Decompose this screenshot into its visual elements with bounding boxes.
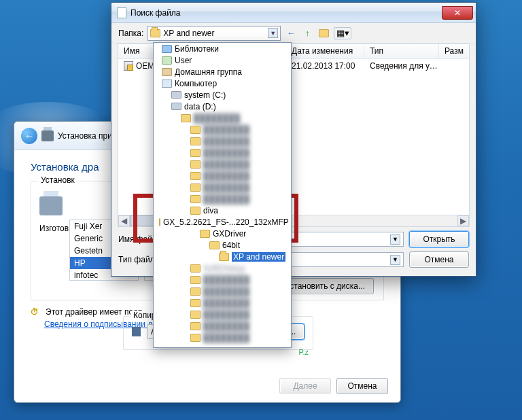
- col-type[interactable]: Тип: [364, 44, 439, 58]
- tree-item-label: User: [175, 56, 192, 65]
- tree-item-label: ████████: [203, 148, 249, 158]
- tree-item[interactable]: ████████: [154, 147, 291, 158]
- file-type-cell: Сведения для уст...: [364, 61, 439, 71]
- tree-item[interactable]: Библиотеки: [154, 43, 291, 54]
- scroll-right-icon[interactable]: ▶: [457, 215, 469, 226]
- tree-item-label: ████████: [203, 298, 249, 308]
- folder-icon: [190, 322, 201, 330]
- folder-icon: [190, 207, 201, 215]
- dialog-titlebar[interactable]: Поиск файла ✕: [111, 3, 476, 23]
- homegroup-icon: [162, 68, 172, 76]
- tree-item-label: ████████: [203, 287, 249, 296]
- tree-item[interactable]: ████████: [154, 124, 291, 135]
- tree-item[interactable]: system (C:): [154, 89, 291, 101]
- dialog-toolbar: Папка: XP and newer ▼ ← ↑ ▦▾: [111, 23, 476, 43]
- tree-item-label: ████████: [203, 194, 249, 204]
- folder-icon: [190, 160, 201, 169]
- tree-item[interactable]: User: [154, 54, 291, 66]
- folder-icon: [190, 172, 201, 180]
- tree-item[interactable]: ████████: [154, 309, 291, 320]
- tree-item[interactable]: ████████: [154, 135, 291, 147]
- folder-open-icon: [219, 253, 229, 261]
- tree-item[interactable]: ████████: [154, 274, 291, 285]
- tree-item-label: ████████: [203, 275, 249, 285]
- close-button[interactable]: ✕: [442, 6, 473, 20]
- tree-item[interactable]: ████████: [154, 193, 291, 205]
- folder-label: Папка:: [118, 29, 143, 38]
- wizard-cancel-button[interactable]: Отмена: [336, 378, 388, 394]
- tree-item-label: ████████: [203, 137, 249, 146]
- folder-combo-value: XP and newer: [163, 29, 214, 38]
- filetype-label: Тип файл: [118, 255, 155, 264]
- tree-item[interactable]: GX_5.2.2621_FS-...220_132xMFP: [154, 216, 291, 228]
- tree-item[interactable]: ████████: [154, 112, 291, 124]
- views-menu-icon[interactable]: ▦▾: [334, 27, 351, 39]
- wizard-window-title: Установка прин: [58, 131, 117, 141]
- back-button[interactable]: ←: [21, 128, 37, 144]
- chevron-down-icon[interactable]: ▼: [390, 255, 400, 265]
- page-indicator: P.z: [299, 348, 309, 356]
- next-button[interactable]: Далее: [279, 378, 331, 394]
- open-button[interactable]: Открыть: [409, 231, 469, 247]
- folder-icon: [181, 114, 191, 122]
- tree-item[interactable]: ████████: [154, 158, 291, 170]
- tree-item[interactable]: diva: [154, 205, 291, 216]
- chevron-down-icon[interactable]: ▼: [268, 28, 278, 38]
- printer-large-icon: [39, 196, 63, 215]
- tree-item[interactable]: SoftDSetup: [154, 262, 291, 274]
- chevron-down-icon[interactable]: ▼: [390, 234, 400, 245]
- install-frame-legend: Установк: [38, 175, 77, 185]
- filename-label: Имя фай: [118, 234, 152, 244]
- tree-item[interactable]: 64bit: [154, 239, 291, 251]
- tree-item-label: data (D:): [184, 102, 216, 111]
- tree-item[interactable]: ████████: [154, 297, 291, 309]
- col-size[interactable]: Разм: [439, 44, 469, 58]
- tree-item[interactable]: Компьютер: [154, 77, 291, 89]
- tree-item-label: ████████: [203, 160, 249, 169]
- folder-icon: [190, 299, 201, 307]
- folder-icon: [190, 287, 201, 296]
- tree-item-label: ████████: [203, 171, 249, 181]
- folder-icon: [190, 137, 201, 145]
- tree-item[interactable]: XP and newer: [154, 251, 291, 262]
- dialog-cancel-button[interactable]: Отмена: [409, 251, 469, 268]
- disk-icon: [171, 91, 181, 99]
- file-modified-cell: 21.02.2013 17:00: [286, 61, 364, 71]
- go-back-icon[interactable]: ←: [285, 27, 297, 39]
- folder-icon: [190, 126, 201, 134]
- disk-icon: [171, 103, 181, 110]
- tree-item-label: GX_5.2.2621_FS-...220_132xMFP: [163, 217, 289, 227]
- dialog-title: Поиск файла: [130, 8, 181, 18]
- folder-open-icon: [150, 29, 160, 37]
- folder-icon: [190, 264, 201, 273]
- up-one-level-icon[interactable]: ↑: [301, 27, 313, 39]
- tree-item[interactable]: ████████: [154, 181, 291, 193]
- scroll-left-icon[interactable]: ◀: [118, 215, 130, 226]
- tree-item[interactable]: ████████: [154, 170, 291, 181]
- folder-tree-dropdown[interactable]: БиблиотекиUserДомашняя группаКомпьютерsy…: [153, 42, 292, 348]
- tree-item-label: 64bit: [222, 241, 240, 250]
- tree-item-label: system (C:): [184, 90, 226, 100]
- col-modified[interactable]: Дата изменения: [286, 44, 364, 58]
- tree-item-label: Компьютер: [175, 79, 217, 88]
- tree-item-label: ████████: [194, 113, 240, 123]
- new-folder-icon[interactable]: [317, 27, 330, 39]
- shield-warning-icon: ⏱: [31, 307, 39, 317]
- library-icon: [162, 45, 172, 53]
- folder-icon: [209, 241, 220, 249]
- folder-combo[interactable]: XP and newer ▼: [147, 26, 281, 41]
- trust-text: Этот драйвер имеет подп: [46, 307, 142, 317]
- folder-icon: [159, 218, 160, 226]
- tree-item[interactable]: ████████: [154, 320, 291, 332]
- user-icon: [162, 56, 172, 65]
- tree-item-label: Домашняя группа: [175, 67, 242, 77]
- document-icon: [117, 7, 126, 18]
- tree-item[interactable]: data (D:): [154, 101, 291, 112]
- tree-item[interactable]: Домашняя группа: [154, 66, 291, 77]
- tree-item[interactable]: ████████: [154, 285, 291, 297]
- folder-icon: [190, 183, 201, 192]
- tree-item-label: ████████: [203, 321, 249, 331]
- tree-item[interactable]: GXDriver: [154, 228, 291, 239]
- tree-item[interactable]: ████████: [154, 332, 291, 343]
- tree-item-label: XP and newer: [232, 252, 285, 262]
